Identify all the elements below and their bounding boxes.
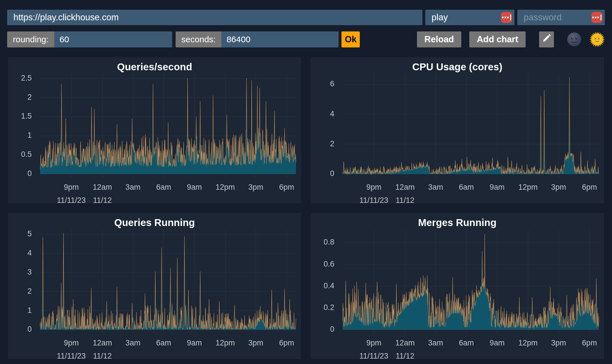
password-field-wrap xyxy=(517,10,605,25)
add-chart-button[interactable]: Add chart xyxy=(469,31,526,47)
theme-dark-toggle[interactable] xyxy=(567,32,582,47)
queries-running-chart[interactable] xyxy=(8,213,301,359)
chart-panel-queries-running: Queries Running xyxy=(8,213,301,359)
pencil-icon xyxy=(542,33,551,45)
clickhouse-dashboard-page: { "page": { "bg": "#151c2b", "panel_bg":… xyxy=(0,0,612,364)
chart-panel-queries-per-second: Queries/second xyxy=(8,57,301,203)
reload-button[interactable]: Reload xyxy=(417,31,461,47)
url-field-wrap xyxy=(7,10,422,25)
seconds-label: seconds: xyxy=(176,31,221,47)
ok-button[interactable]: Ok xyxy=(341,31,360,47)
merges-running-chart[interactable] xyxy=(311,213,604,359)
seconds-input[interactable] xyxy=(221,31,339,47)
chart-panel-merges-running: Merges Running xyxy=(311,213,604,359)
controls-bar: rounding: seconds: Ok Reload Add chart xyxy=(7,31,605,47)
password-autofill-dots-icon[interactable] xyxy=(591,12,602,23)
theme-light-toggle[interactable] xyxy=(589,32,605,47)
edit-button[interactable] xyxy=(539,31,554,47)
url-input[interactable] xyxy=(7,10,422,25)
chart-panel-cpu-usage: CPU Usage (cores) xyxy=(311,57,604,203)
new-moon-face-icon xyxy=(567,44,582,48)
user-field-wrap xyxy=(425,10,514,25)
rounding-input[interactable] xyxy=(54,31,172,47)
queries-per-second-chart[interactable] xyxy=(8,57,301,203)
cpu-usage-chart[interactable] xyxy=(311,57,604,203)
password-autofill-dots-icon[interactable] xyxy=(501,12,512,23)
sun-with-face-icon xyxy=(589,44,605,48)
rounding-label: rounding: xyxy=(7,31,54,47)
charts-grid: Queries/second CPU Usage (cores) Queries… xyxy=(8,57,604,359)
connection-bar xyxy=(7,10,605,25)
